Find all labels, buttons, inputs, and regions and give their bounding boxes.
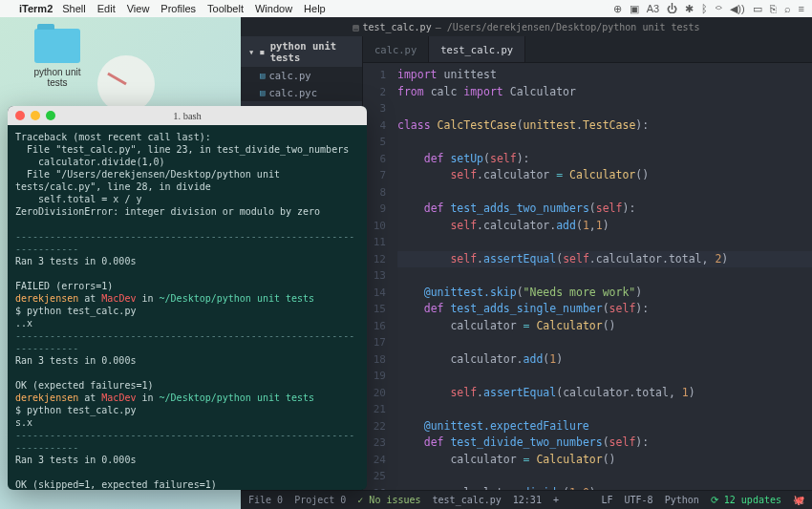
status-icon[interactable]: ✱ [685,3,694,15]
code-line[interactable] [397,401,812,418]
status-cursor[interactable]: 12:31 [513,495,542,505]
terminal-line: ----------------------------------------… [15,329,359,354]
status-encoding[interactable]: UTF-8 [625,495,653,505]
terminal-line [15,466,359,478]
code-line[interactable]: def test_adds_two_numbers(self): [397,201,812,218]
terminal-line: derekjensen at MacDev in ~/Desktop/pytho… [15,292,359,305]
code-line[interactable]: calculator.add(1) [397,351,812,369]
editor-tabs: calc.pytest_calc.py [363,36,812,63]
terminal-line: ..x [15,317,359,329]
minimize-icon[interactable] [31,111,40,120]
code-line[interactable]: def test_divide_two_numbers(self): [397,435,812,452]
code-line[interactable]: calculator = Calculator() [397,452,812,469]
status-icon[interactable]: ⎘ [770,3,777,15]
sidebar-file[interactable]: ▤calc.pyc [241,84,362,101]
menu-shell[interactable]: Shell [62,3,85,14]
status-lf[interactable]: LF [601,495,612,505]
zoom-icon[interactable] [46,111,55,120]
wifi-icon[interactable]: ⌔ [716,3,722,15]
code-area[interactable]: import unittestfrom calc import Calculat… [394,63,812,490]
terminal-line [15,267,359,280]
terminal-line: calculator.divide(1,0) [15,156,359,168]
status-icon[interactable]: A3 [647,3,659,15]
file-name: calc.py [268,70,310,81]
search-icon[interactable]: ⌕ [784,3,791,15]
status-icon[interactable]: ⏻ [667,3,677,15]
terminal-line: self.total = x / y [15,193,359,205]
terminal-titlebar[interactable]: 1. bash [8,106,367,125]
terminal-line: File "test_calc.py", line 23, in test_di… [15,143,359,156]
menubar-app-name[interactable]: iTerm2 [19,3,53,14]
status-language[interactable]: Python [665,495,699,505]
status-file[interactable]: File 0 [248,495,283,505]
menu-extra-icon[interactable]: ≡ [799,3,804,15]
line-gutter: 1234567891011121314151617181920212223242… [363,63,394,490]
vscode-statusbar: File 0 Project 0 ✓ No issues test_calc.p… [241,490,812,509]
editor-tab[interactable]: calc.py [363,36,429,62]
code-line[interactable]: class CalcTestCase(unittest.TestCase): [397,117,812,135]
vscode-titlebar[interactable]: ▤ test_calc.py — /Users/derekjensen/Desk… [241,17,812,36]
desktop-clock-decoration [97,55,155,113]
status-filename[interactable]: test_calc.py [433,495,502,505]
code-line[interactable]: import unittest [397,67,812,84]
code-line[interactable]: self.assertEqual(self.calculator.total, … [397,251,812,268]
code-line[interactable]: @unittest.skip("Needs more work") [397,285,812,302]
terminal-line: FAILED (errors=1) [15,280,359,292]
terminal-line: Traceback (most recent call last): [15,131,359,143]
code-line[interactable] [397,100,812,117]
status-updates[interactable]: ⟳ 12 updates [711,495,781,505]
terminal-line: Ran 3 tests in 0.000s [15,255,359,267]
code-line[interactable] [397,184,812,201]
battery-icon[interactable]: ▭ [753,3,762,15]
menu-help[interactable]: Help [304,3,326,14]
menu-window[interactable]: Window [255,3,292,14]
status-issues[interactable]: ✓ No issues [357,495,420,505]
code-line[interactable]: calculator = Calculator() [397,318,812,335]
status-octo-icon[interactable]: 🐙 [793,495,804,505]
menu-view[interactable]: View [127,3,150,14]
folder-icon: ▪ [259,46,265,57]
code-line[interactable]: self.assertEqual(calculator.total, 1) [397,385,812,402]
volume-icon[interactable]: ◀)) [730,3,744,15]
status-icon[interactable]: ⊕ [613,3,622,15]
menu-edit[interactable]: Edit [97,3,116,14]
code-line[interactable]: from calc import Calculator [397,84,812,101]
desktop-folder[interactable]: python unit tests [23,29,92,88]
file-name: calc.pyc [268,87,317,98]
code-line[interactable]: @unittest.expectedFailure [397,418,812,435]
code-line[interactable]: self.calculator = Calculator() [397,167,812,184]
terminal-line: s.x [15,416,359,429]
terminal-line: File "/Users/derekjensen/Desktop/python … [15,168,359,193]
editor-tab[interactable]: test_calc.py [429,36,525,62]
status-plus[interactable]: + [553,495,559,505]
status-project[interactable]: Project 0 [294,495,346,505]
code-line[interactable] [397,234,812,251]
folder-icon [34,29,80,63]
terminal-line [15,218,359,230]
menu-profiles[interactable]: Profiles [160,3,196,14]
title-path: — /Users/derekjensen/Desktop/python unit… [436,22,700,32]
code-line[interactable]: def test_adds_single_number(self): [397,301,812,318]
terminal-line: $ python test_calc.py [15,404,359,416]
code-line[interactable] [397,468,812,485]
code-line[interactable] [397,134,812,151]
code-line[interactable]: self.calculator.add(1,1) [397,218,812,235]
desktop-folder-label: python unit tests [23,67,92,88]
sidebar-folder-name: python unit tests [270,40,354,63]
code-line[interactable] [397,267,812,285]
code-line[interactable] [397,368,812,385]
mac-menubar: iTerm2 Shell Edit View Profiles Toolbelt… [0,0,812,17]
title-file-icon: ▤ [353,22,358,32]
menu-toolbelt[interactable]: Toolbelt [207,3,244,14]
editor[interactable]: 1234567891011121314151617181920212223242… [363,63,812,490]
sidebar-file[interactable]: ▤calc.py [241,67,362,84]
code-line[interactable]: def setUp(self): [397,151,812,168]
terminal-line: OK (expected failures=1) [15,379,359,392]
terminal-body[interactable]: Traceback (most recent call last): File … [8,125,367,490]
status-icon[interactable]: ▣ [630,3,639,15]
code-line[interactable] [397,334,812,351]
sidebar-folder-header[interactable]: ▾ ▪ python unit tests [241,36,362,67]
chevron-down-icon: ▾ [248,46,254,57]
status-icon[interactable]: ᛒ [701,3,708,15]
close-icon[interactable] [15,111,25,120]
